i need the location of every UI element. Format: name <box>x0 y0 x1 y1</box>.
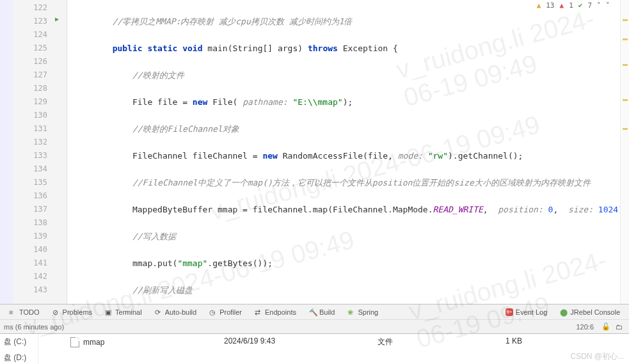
csdn-watermark: CSDN @初心... <box>570 351 624 362</box>
code-text: File( <box>207 97 243 107</box>
param-hint: mode: <box>398 151 423 161</box>
status-message: ms (6 minutes ago) <box>4 323 64 331</box>
build-icon: 🔨 <box>309 308 317 316</box>
list-icon: ≡ <box>9 308 17 316</box>
tab-label: TODO <box>19 308 40 316</box>
status-bar: ms (6 minutes ago) 120:6 🔓 🗀 <box>0 319 629 333</box>
tab-label: Build <box>319 308 335 316</box>
error-count: 1 <box>569 1 573 10</box>
cursor-position[interactable]: 120:6 <box>571 323 599 331</box>
tab-jrebel[interactable]: ⬤JRebel Console <box>555 305 625 319</box>
keyword: new <box>193 97 207 107</box>
tab-label: Problems <box>63 308 92 316</box>
tab-terminal[interactable]: ▣Terminal <box>100 305 147 319</box>
drive-d[interactable]: 盘 (D:) <box>0 350 38 364</box>
code-text: , <box>553 205 568 214</box>
keyword: public <box>113 44 143 53</box>
tab-eventlog[interactable]: 9+Event Log <box>500 305 553 319</box>
file-explorer-pane: 盘 (C:) 盘 (D:) mmap 2024/6/19 9:43 文件 1 K… <box>0 333 629 364</box>
line-number: 136 <box>13 189 47 203</box>
warn-marker[interactable] <box>623 38 628 40</box>
lock-icon[interactable]: 🔓 <box>599 322 613 331</box>
tab-label: JRebel Console <box>570 308 620 316</box>
warning-count: 13 <box>546 1 554 10</box>
success-count: 7 <box>587 1 592 10</box>
file-type: 文件 <box>378 336 454 347</box>
file-row[interactable]: mmap 2024/6/19 9:43 文件 1 KB <box>38 334 629 350</box>
comment: //FileChannel中定义了一个map()方法，它可以把一个文件从posi… <box>132 178 591 187</box>
code-text: , <box>483 205 498 214</box>
line-number: 131 <box>13 122 47 136</box>
folder-icon[interactable]: 🗀 <box>613 323 625 331</box>
run-gutter-icon[interactable]: ▶ <box>55 15 59 22</box>
tab-problems[interactable]: ⊘Problems <box>47 305 97 319</box>
method-name: main <box>207 44 227 53</box>
file-name: mmap <box>83 338 104 347</box>
keyword: throws <box>308 44 338 53</box>
tab-label: Auto-build <box>165 308 197 316</box>
comment: //刷新写入磁盘 <box>132 285 193 295</box>
line-number: 122 <box>13 1 47 15</box>
tab-endpoints[interactable]: ⇄Endpoints <box>250 305 301 319</box>
code-lines[interactable]: //零拷贝之MMAP:内存映射 减少cpu拷贝次数 减少时间约为1倍 publi… <box>67 0 629 304</box>
line-number: 130 <box>13 109 47 122</box>
run-column: ▶ <box>54 0 67 304</box>
line-number: 141 <box>13 257 47 270</box>
code-area[interactable]: ▲13 ▲1 ✔7 ˄ ˅ //零拷贝之MMAP:内存映射 减少cpu拷贝次数 … <box>67 0 629 304</box>
keyword: static <box>147 44 177 53</box>
string: "rw" <box>423 151 448 161</box>
file-date: 2024/6/19 9:43 <box>224 336 326 347</box>
file-list[interactable]: mmap 2024/6/19 9:43 文件 1 KB <box>38 334 629 364</box>
code-text: mmap.put( <box>132 258 177 268</box>
tab-autobuild[interactable]: ⟳Auto-build <box>150 305 202 319</box>
string: "E:\\mmap" <box>288 97 343 107</box>
inspection-indicator[interactable]: ▲13 ▲1 ✔7 ˄ ˅ <box>537 1 610 10</box>
terminal-icon: ▣ <box>105 308 113 316</box>
code-text: ).getChannel(); <box>448 151 523 161</box>
chevron-up-icon[interactable]: ˄ <box>597 1 601 10</box>
warn-marker[interactable] <box>623 99 628 101</box>
code-text: ); <box>343 97 353 107</box>
tab-profiler[interactable]: ◷Profiler <box>204 305 247 319</box>
line-number: 125 <box>13 42 47 55</box>
tab-build[interactable]: 🔨Build <box>304 305 340 319</box>
jrebel-icon: ⬤ <box>560 308 568 316</box>
param-hint: position: <box>498 205 543 214</box>
tab-label: Spring <box>358 308 378 316</box>
tab-todo[interactable]: ≡TODO <box>4 305 45 319</box>
endpoints-icon: ⇄ <box>255 308 262 316</box>
line-number: 128 <box>13 82 47 95</box>
drive-c[interactable]: 盘 (C:) <box>0 334 38 350</box>
chevron-down-icon[interactable]: ˅ <box>606 1 610 10</box>
line-number: 129 <box>13 95 47 109</box>
line-number: 137 <box>13 203 47 216</box>
line-number: 143 <box>13 283 47 297</box>
tab-spring[interactable]: ❀Spring <box>342 305 383 319</box>
tab-label: Endpoints <box>265 308 296 316</box>
success-icon: ✔ <box>578 1 583 10</box>
editor-area: 1221231241251261271281291301311321331341… <box>0 0 629 304</box>
number: 1024 <box>593 205 618 214</box>
keyword: new <box>262 151 277 161</box>
file-size: 1 KB <box>506 336 557 347</box>
gutter: 1221231241251261271281291301311321331341… <box>0 0 67 304</box>
code-text: Exception { <box>343 44 398 53</box>
code-text: FileChannel fileChannel = <box>132 151 263 161</box>
spring-icon: ❀ <box>347 308 355 316</box>
tool-window-bar: ≡TODO ⊘Problems ▣Terminal ⟳Auto-build ◷P… <box>0 304 629 319</box>
scrollbar-track[interactable] <box>620 0 629 304</box>
drives-column: 盘 (C:) 盘 (D:) <box>0 334 38 364</box>
file-icon <box>70 337 79 347</box>
warn-marker[interactable] <box>623 128 628 130</box>
param-hint: size: <box>568 205 593 214</box>
line-number: 139 <box>13 230 47 243</box>
line-number: 134 <box>13 162 47 176</box>
comment: //零拷贝之MMAP:内存映射 减少cpu拷贝次数 减少时间约为1倍 <box>113 17 353 26</box>
warn-marker[interactable] <box>623 19 628 21</box>
line-number: 126 <box>13 55 47 68</box>
line-number: 124 <box>13 28 47 42</box>
problem-icon: ⊘ <box>52 308 60 316</box>
warn-marker[interactable] <box>623 64 628 66</box>
comment: //映射的文件 <box>132 70 184 80</box>
autobuild-icon: ⟳ <box>155 308 163 316</box>
